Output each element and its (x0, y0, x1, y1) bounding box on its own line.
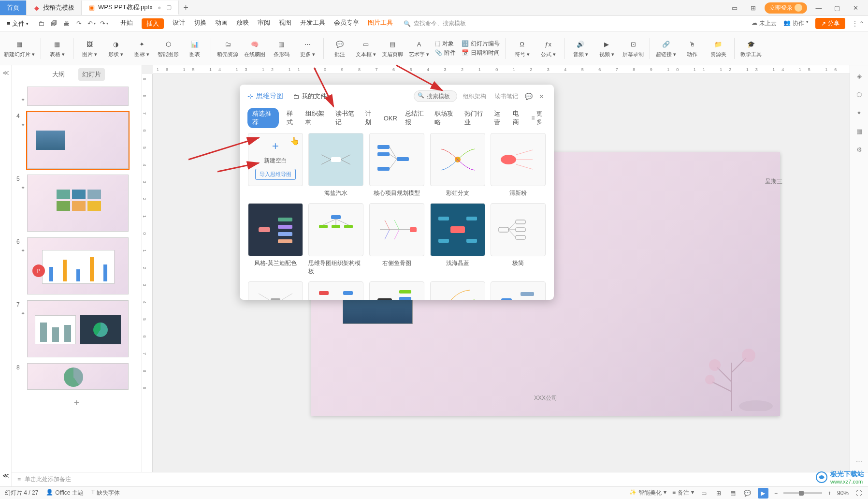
slide-thumb-4[interactable]: ✦ (27, 112, 129, 169)
login-button[interactable]: 立即登录 (765, 2, 807, 14)
popup-cat-plan[interactable]: 计划 (365, 109, 376, 127)
status-beautify[interactable]: ✨智能美化 ▾ (629, 489, 666, 497)
rside-animation-icon[interactable]: ✦ (854, 108, 864, 117)
popup-cat-career[interactable]: 职场攻略 (434, 109, 456, 127)
ribbon-hyperlink[interactable]: 🔗超链接 ▾ (656, 38, 676, 58)
tab-add-button[interactable]: + (179, 3, 193, 13)
ribbon-audio[interactable]: 🔊音频 ▾ (570, 38, 591, 58)
template-card[interactable]: 风格-莫兰迪配色 (247, 203, 304, 276)
print-preview-icon[interactable]: 🖶 (62, 19, 71, 28)
popup-cat-notes[interactable]: 读书笔记 (335, 109, 357, 127)
fit-window-icon[interactable]: ⛶ (854, 489, 863, 498)
redo-dropdown[interactable]: ↷▾ (100, 19, 109, 28)
ribbon-headerfooter[interactable]: ▤页眉页脚 (382, 38, 403, 58)
menutab-dev[interactable]: 开发工具 (300, 18, 325, 29)
new-blank-button[interactable]: + (272, 139, 279, 153)
ribbon-picture[interactable]: 🖼图片 ▾ (79, 38, 100, 58)
template-card[interactable]: 清新粉 (490, 133, 546, 197)
redo-icon[interactable]: ↷ (75, 19, 84, 28)
rside-style-icon[interactable]: ⬡ (854, 89, 864, 99)
ribbon-collapse-icon[interactable]: ⋮ ⌃ (852, 20, 864, 27)
ribbon-symbol[interactable]: Ω符号 ▾ (512, 38, 532, 58)
template-card[interactable] (490, 281, 546, 300)
notes-bar[interactable]: ≡ 单击此处添加备注 (12, 472, 868, 486)
popup-close-icon[interactable]: ✕ (536, 91, 546, 101)
popup-more-button[interactable]: ≡更多 (531, 110, 546, 126)
popup-title[interactable]: ⊹ 思维导图 (247, 92, 283, 101)
sidebar-collapse-button[interactable]: ≪ (0, 65, 12, 472)
ribbon-mindmap[interactable]: 🧠在线脑图 (244, 38, 265, 58)
slideshow-button[interactable]: ▶ (758, 488, 768, 499)
ribbon-icons[interactable]: ✦图标 ▾ (131, 38, 152, 58)
menutab-slideshow[interactable]: 放映 (236, 18, 249, 29)
ribbon-datetime[interactable]: 📅日期和时间 (462, 49, 500, 57)
ribbon-chart[interactable]: 📊图表 (185, 38, 205, 58)
panel-tab-slides[interactable]: 幻灯片 (78, 68, 105, 81)
popup-tag-notes[interactable]: 读书笔记 (492, 91, 521, 102)
menutab-vip[interactable]: 会员专享 (334, 18, 359, 29)
menutab-start[interactable]: 开始 (120, 18, 133, 29)
file-menu[interactable]: ≡ 文件 ▾ (4, 19, 31, 28)
view-normal-icon[interactable]: ▭ (700, 489, 709, 498)
cloud-status[interactable]: ☁未上云 (752, 19, 777, 28)
menutab-insert[interactable]: 插入 (142, 18, 164, 29)
template-card[interactable]: 右侧鱼骨图 (369, 203, 425, 276)
close-button[interactable]: ✕ (849, 1, 862, 15)
slide-thumb-8[interactable] (27, 363, 129, 390)
template-card[interactable]: 浅海晶蓝 (430, 203, 486, 276)
template-card[interactable]: 极简 (490, 203, 546, 276)
popup-cat-ecom[interactable]: 电商 (513, 109, 524, 127)
slide-thumbnails[interactable]: ✦ 4✦ 5✦ 6✦P 7✦ 8 + (12, 84, 142, 413)
ribbon-comment[interactable]: 💬批注 (330, 38, 350, 58)
slide-thumb-6[interactable]: ✦P (27, 237, 129, 294)
ribbon-teaching[interactable]: 🎓教学工具 (740, 38, 762, 58)
menutab-review[interactable]: 审阅 (258, 18, 270, 29)
tab-templates[interactable]: ◆ 找稻壳模板 (27, 0, 82, 15)
view-reading-icon[interactable]: ▤ (729, 489, 738, 498)
ribbon-slidenumber[interactable]: 🔢幻灯片编号 (462, 40, 500, 48)
popup-feedback-icon[interactable]: 💬 (524, 91, 534, 101)
ribbon-object[interactable]: ⬚对象 (435, 40, 456, 48)
zoom-out-button[interactable]: − (774, 490, 778, 497)
save-icon[interactable]: 🗀 (37, 19, 46, 28)
command-search[interactable]: 🔍 查找命令、搜索模板 (404, 19, 466, 28)
zoom-slider[interactable] (783, 492, 822, 494)
popup-cat-ops[interactable]: 运营 (494, 109, 505, 127)
popup-cat-okr[interactable]: OKR (384, 115, 397, 122)
ribbon-smartart[interactable]: ⬡智能图形 (158, 38, 179, 58)
status-notes-toggle[interactable]: ≡备注 ▾ (672, 489, 694, 497)
popup-tag-org[interactable]: 组织架构 (460, 91, 489, 102)
notes-collapse-button[interactable]: ≪ (0, 472, 12, 486)
tab-close-icon[interactable]: ▢ (166, 4, 172, 11)
slide-thumb-5[interactable]: ✦ (27, 175, 129, 232)
template-card[interactable] (247, 281, 304, 300)
slide-thumb-3[interactable]: ✦ (27, 87, 129, 106)
template-card[interactable] (308, 281, 364, 300)
ribbon-attachment[interactable]: 📎附件 (435, 49, 456, 57)
zoom-in-button[interactable]: + (828, 490, 831, 497)
ribbon-table[interactable]: ▦表格 ▾ (47, 38, 67, 58)
menutab-design[interactable]: 设计 (173, 18, 185, 29)
ribbon-action[interactable]: 🖱动作 (682, 38, 702, 58)
popup-myfiles[interactable]: 🗀 我的文件 (293, 92, 327, 101)
minimize-button[interactable]: — (812, 1, 825, 15)
rside-properties-icon[interactable]: ⚙ (854, 145, 864, 154)
ribbon-equation[interactable]: ƒx公式 ▾ (538, 38, 558, 58)
share-button[interactable]: ↗分享 (815, 18, 845, 29)
status-theme[interactable]: 👤Office 主题 (46, 489, 83, 497)
ribbon-screenrec[interactable]: ⊡屏幕录制 (622, 38, 644, 58)
add-slide-button[interactable]: + (26, 396, 128, 410)
view-sorter-icon[interactable]: ⊞ (714, 489, 723, 498)
rside-design-icon[interactable]: ◈ (854, 71, 864, 81)
status-missing-fonts[interactable]: T缺失字体 (91, 489, 120, 497)
rside-more-icon[interactable]: ⋯ (854, 456, 864, 466)
template-card[interactable]: 核心项目规划模型 (369, 133, 425, 197)
tab-home[interactable]: 首页 (0, 0, 27, 15)
ribbon-resource[interactable]: 📁资源夹 (708, 38, 728, 58)
popup-cat-org[interactable]: 组织架构 (305, 109, 327, 127)
popup-cat-industry[interactable]: 热门行业 (464, 109, 486, 127)
layout-icon[interactable]: ▭ (728, 1, 741, 15)
coop-button[interactable]: 👥协作▾ (783, 19, 809, 28)
ribbon-video[interactable]: ▶视频 ▾ (596, 38, 617, 58)
template-card[interactable] (369, 281, 425, 300)
